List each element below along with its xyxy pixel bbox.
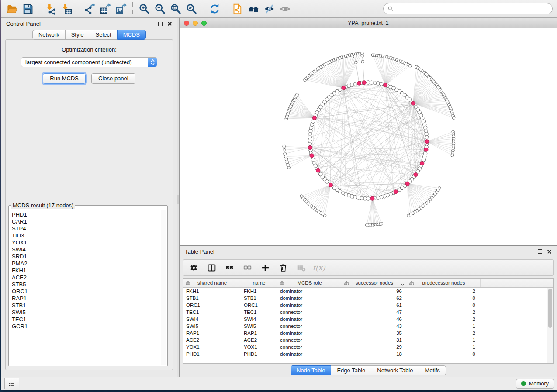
delete-column-icon[interactable]: [278, 263, 288, 272]
hide-selected-icon[interactable]: [261, 1, 277, 16]
mcds-node[interactable]: [342, 86, 346, 90]
network-node[interactable]: [361, 54, 364, 57]
mcds-result-item[interactable]: STB5: [12, 281, 166, 288]
table-cell[interactable]: 96: [342, 289, 407, 294]
network-node[interactable]: [332, 186, 336, 189]
close-table-panel-icon[interactable]: [547, 249, 552, 254]
table-cell[interactable]: 0: [407, 351, 481, 357]
table-cell[interactable]: dominator: [277, 330, 342, 336]
export-network-icon[interactable]: [82, 1, 97, 16]
mcds-node[interactable]: [308, 146, 312, 150]
table-cell[interactable]: 29: [342, 344, 407, 350]
mcds-result-item[interactable]: STB1: [12, 302, 166, 309]
column-header-name[interactable]: name: [241, 279, 277, 287]
table-cell[interactable]: YOX1: [183, 344, 241, 350]
save-session-icon[interactable]: [20, 1, 35, 16]
table-row[interactable]: RAP1RAP1dominator352: [183, 330, 553, 337]
toggle-panel-icon[interactable]: [207, 263, 216, 272]
mcds-node[interactable]: [316, 168, 320, 172]
table-cell[interactable]: 46: [342, 316, 407, 322]
table-cell[interactable]: SWI5: [183, 323, 241, 329]
network-node[interactable]: [284, 152, 287, 155]
mcds-node[interactable]: [424, 148, 428, 151]
network-node[interactable]: [422, 158, 425, 162]
table-settings-icon[interactable]: [189, 263, 198, 272]
table-scrollbar[interactable]: [547, 288, 553, 363]
table-cell[interactable]: connector: [277, 309, 342, 315]
mcds-node[interactable]: [425, 140, 429, 144]
table-cell[interactable]: 18: [342, 351, 407, 357]
mcds-result-item[interactable]: RAP1: [12, 295, 166, 302]
network-node[interactable]: [452, 117, 455, 120]
network-node[interactable]: [287, 163, 290, 166]
table-cell[interactable]: dominator: [277, 351, 342, 357]
network-node[interactable]: [451, 154, 454, 157]
table-cell[interactable]: 31: [342, 337, 407, 343]
column-header-predecessor-nodes[interactable]: predecessor nodes: [407, 279, 481, 287]
table-cell[interactable]: 2: [407, 316, 481, 322]
mcds-result-item[interactable]: ORC1: [12, 288, 166, 295]
mcds-result-item[interactable]: PHD1: [12, 211, 166, 218]
zoom-in-icon[interactable]: [136, 1, 152, 16]
table-cell[interactable]: SWI4: [183, 316, 241, 322]
tab-select[interactable]: Select: [90, 30, 118, 40]
mcds-result-item[interactable]: TEC1: [12, 316, 166, 323]
select-all-icon[interactable]: [225, 263, 234, 272]
maximize-traffic-light[interactable]: [201, 21, 207, 26]
table-cell[interactable]: 1: [407, 337, 481, 343]
export-table-icon[interactable]: [97, 1, 113, 16]
column-header-mcds-role[interactable]: MCDS role: [277, 279, 342, 287]
network-node[interactable]: [361, 60, 364, 63]
table-cell[interactable]: dominator: [277, 289, 342, 294]
table-cell[interactable]: RAP1: [241, 330, 277, 336]
table-cell[interactable]: ACE2: [183, 337, 241, 343]
mcds-result-item[interactable]: CAR1: [12, 218, 166, 225]
close-panel-icon[interactable]: [167, 21, 172, 26]
mcds-node[interactable]: [370, 196, 374, 200]
table-cell[interactable]: ORC1: [183, 303, 241, 308]
mcds-node[interactable]: [405, 182, 409, 186]
table-cell[interactable]: ACE2: [241, 337, 277, 343]
table-cell[interactable]: 2: [407, 289, 481, 294]
table-cell[interactable]: 2: [407, 309, 481, 315]
table-cell[interactable]: 35: [342, 330, 407, 336]
network-node[interactable]: [283, 148, 286, 151]
import-table-icon[interactable]: [59, 1, 74, 16]
table-cell[interactable]: TEC1: [183, 309, 241, 315]
network-node[interactable]: [353, 55, 356, 58]
network-canvas[interactable]: [180, 28, 557, 245]
mcds-result-item[interactable]: FKH1: [12, 267, 166, 274]
network-node[interactable]: [283, 145, 286, 148]
mcds-node[interactable]: [384, 83, 387, 87]
table-cell[interactable]: STB1: [183, 296, 241, 301]
network-node[interactable]: [365, 224, 368, 227]
table-cell[interactable]: 43: [342, 323, 407, 329]
tab-edge-table[interactable]: Edge Table: [331, 365, 371, 375]
network-node[interactable]: [398, 188, 401, 191]
network-node[interactable]: [407, 214, 410, 217]
table-row[interactable]: TEC1TEC1connector472: [183, 309, 553, 316]
network-node[interactable]: [286, 161, 289, 164]
table-cell[interactable]: 1: [407, 323, 481, 329]
table-cell[interactable]: TEC1: [241, 309, 277, 315]
table-cell[interactable]: dominator: [277, 303, 342, 308]
mcds-node[interactable]: [312, 116, 316, 120]
mcds-result-item[interactable]: STP4: [12, 225, 166, 232]
table-cell[interactable]: SWI5: [241, 323, 277, 329]
network-graph[interactable]: [180, 28, 557, 245]
table-cell[interactable]: PHD1: [183, 351, 241, 357]
table-cell[interactable]: 62: [342, 296, 407, 301]
zoom-fit-icon[interactable]: [168, 1, 183, 16]
table-cell[interactable]: FKH1: [241, 289, 277, 294]
mcds-result-item[interactable]: TID3: [12, 232, 166, 239]
show-all-icon[interactable]: [277, 1, 293, 16]
table-cell[interactable]: 1: [407, 344, 481, 350]
network-node[interactable]: [311, 158, 315, 162]
network-node[interactable]: [408, 64, 412, 67]
optimization-criterion-select[interactable]: largest connected component (undirected): [21, 57, 157, 67]
float-table-panel-icon[interactable]: [538, 249, 542, 254]
tab-network[interactable]: Network: [32, 30, 66, 40]
close-panel-button[interactable]: Close panel: [91, 73, 135, 84]
mcds-node[interactable]: [394, 190, 398, 194]
add-column-icon[interactable]: [260, 263, 270, 272]
